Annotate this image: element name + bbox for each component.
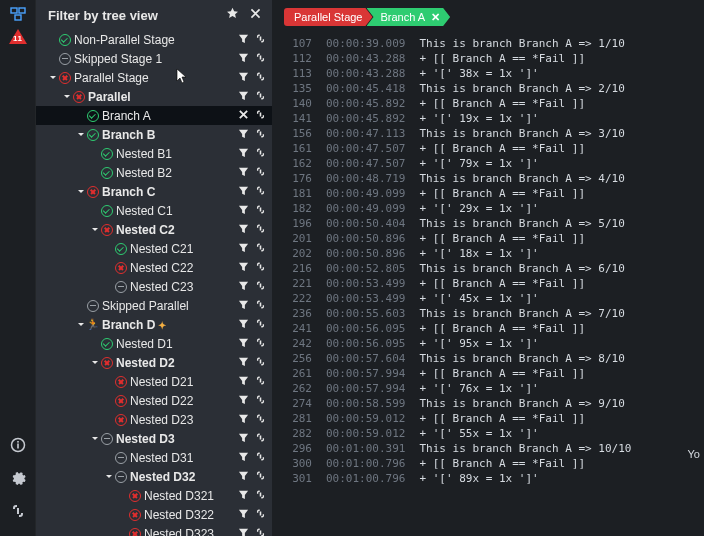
filter-icon[interactable] [238, 33, 249, 47]
filter-icon[interactable] [238, 280, 249, 294]
breadcrumb-item[interactable]: Parallel Stage [284, 8, 373, 26]
filter-icon[interactable] [238, 242, 249, 256]
filter-icon[interactable] [238, 204, 249, 218]
tree-row[interactable]: Nested D322 [36, 505, 272, 524]
filter-icon[interactable] [238, 489, 249, 503]
tree-row[interactable]: Nested C21 [36, 239, 272, 258]
tree-row[interactable]: Parallel [36, 87, 272, 106]
link-icon[interactable] [255, 71, 266, 85]
link-icon[interactable] [255, 299, 266, 313]
filter-icon[interactable] [238, 128, 249, 142]
tree-row[interactable]: Nested D323 [36, 524, 272, 536]
tree-row[interactable]: Nested B2 [36, 163, 272, 182]
filter-icon[interactable] [238, 71, 249, 85]
link-icon[interactable] [255, 204, 266, 218]
close-icon[interactable] [249, 7, 262, 23]
tree-view[interactable]: Non-Parallel StageSkipped Stage 1Paralle… [36, 30, 272, 536]
filter-icon[interactable] [238, 394, 249, 408]
chevron-down-icon[interactable] [62, 93, 72, 101]
filter-icon[interactable] [238, 413, 249, 427]
filter-icon[interactable] [238, 337, 249, 351]
filter-icon[interactable] [238, 90, 249, 104]
link-icon[interactable] [255, 394, 266, 408]
tree-row[interactable]: Skipped Stage 1 [36, 49, 272, 68]
tree-row[interactable]: Nested D31 [36, 448, 272, 467]
tree-row[interactable]: Nested D321 [36, 486, 272, 505]
link-icon[interactable] [255, 109, 266, 123]
link-icon[interactable] [255, 356, 266, 370]
log-output[interactable]: 10700:00:39.009This is branch Branch A =… [272, 34, 704, 536]
dashboard-icon[interactable] [10, 6, 26, 25]
filter-icon[interactable] [238, 52, 249, 66]
link-icon[interactable] [255, 261, 266, 275]
tree-row[interactable]: Parallel Stage [36, 68, 272, 87]
tree-row[interactable]: Nested B1 [36, 144, 272, 163]
filter-icon[interactable] [238, 470, 249, 484]
link-icon[interactable] [255, 318, 266, 332]
link-icon[interactable] [255, 337, 266, 351]
star-icon[interactable] [226, 7, 239, 23]
filter-icon[interactable] [238, 508, 249, 522]
link-icon[interactable] [255, 432, 266, 446]
chevron-down-icon[interactable] [76, 321, 86, 329]
link-icon[interactable] [255, 489, 266, 503]
link-icon[interactable] [255, 185, 266, 199]
link-icon[interactable] [255, 90, 266, 104]
tree-row[interactable]: Branch C [36, 182, 272, 201]
filter-icon[interactable] [238, 223, 249, 237]
tree-row[interactable]: Nested C22 [36, 258, 272, 277]
chevron-down-icon[interactable] [90, 226, 100, 234]
link-icon[interactable] [255, 242, 266, 256]
tree-row[interactable]: Nested C2 [36, 220, 272, 239]
link-icon[interactable] [255, 508, 266, 522]
tree-row[interactable]: Nested D2 [36, 353, 272, 372]
tree-row[interactable]: Non-Parallel Stage [36, 30, 272, 49]
tree-row[interactable]: Nested D3 [36, 429, 272, 448]
close-icon[interactable]: ✕ [431, 11, 440, 24]
info-icon[interactable] [10, 437, 26, 456]
tree-row[interactable]: Nested D22 [36, 391, 272, 410]
link-icon[interactable] [10, 503, 26, 522]
link-icon[interactable] [255, 147, 266, 161]
link-icon[interactable] [255, 52, 266, 66]
link-icon[interactable] [255, 413, 266, 427]
tree-row[interactable]: Branch A [36, 106, 272, 125]
link-icon[interactable] [255, 128, 266, 142]
link-icon[interactable] [255, 527, 266, 537]
chevron-down-icon[interactable] [90, 359, 100, 367]
tree-row[interactable]: 🏃Branch D✦ [36, 315, 272, 334]
tree-row[interactable]: Nested D21 [36, 372, 272, 391]
filter-icon[interactable] [238, 185, 249, 199]
filter-icon[interactable] [238, 375, 249, 389]
link-icon[interactable] [255, 280, 266, 294]
clear-filter-icon[interactable] [238, 109, 249, 123]
tree-row[interactable]: Skipped Parallel [36, 296, 272, 315]
chevron-down-icon[interactable] [76, 188, 86, 196]
tree-row[interactable]: Nested D23 [36, 410, 272, 429]
link-icon[interactable] [255, 166, 266, 180]
link-icon[interactable] [255, 470, 266, 484]
filter-icon[interactable] [238, 356, 249, 370]
filter-icon[interactable] [238, 261, 249, 275]
tree-row[interactable]: Branch B [36, 125, 272, 144]
link-icon[interactable] [255, 223, 266, 237]
link-icon[interactable] [255, 375, 266, 389]
tree-row[interactable]: Nested D32 [36, 467, 272, 486]
filter-icon[interactable] [238, 166, 249, 180]
filter-icon[interactable] [238, 147, 249, 161]
chevron-down-icon[interactable] [76, 131, 86, 139]
filter-icon[interactable] [238, 432, 249, 446]
filter-icon[interactable] [238, 527, 249, 537]
chevron-down-icon[interactable] [48, 74, 58, 82]
filter-icon[interactable] [238, 318, 249, 332]
breadcrumb-item[interactable]: Branch A✕ [367, 8, 451, 26]
filter-icon[interactable] [238, 451, 249, 465]
chevron-down-icon[interactable] [104, 473, 114, 481]
tree-row[interactable]: Nested D1 [36, 334, 272, 353]
gear-icon[interactable] [10, 470, 26, 489]
tree-row[interactable]: Nested C23 [36, 277, 272, 296]
alert-badge[interactable]: 11 [9, 29, 27, 44]
filter-icon[interactable] [238, 299, 249, 313]
chevron-down-icon[interactable] [90, 435, 100, 443]
tree-row[interactable]: Nested C1 [36, 201, 272, 220]
